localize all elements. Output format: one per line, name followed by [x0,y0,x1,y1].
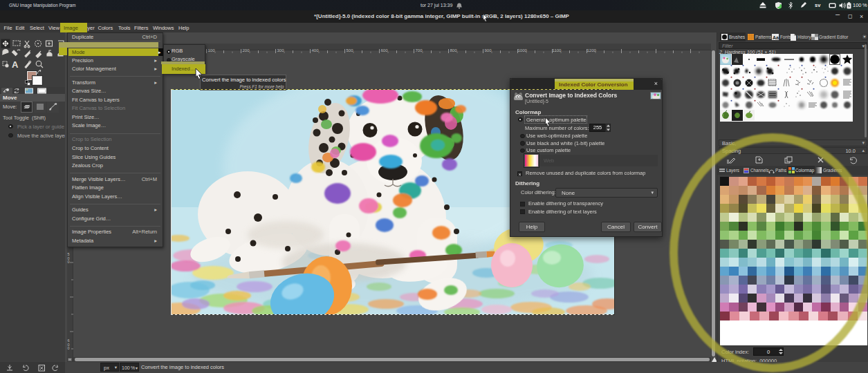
svg-text:200: 200 [242,48,250,52]
svg-text:100: 100 [207,48,215,52]
svg-text:800: 800 [450,48,457,52]
svg-text:Aa: Aa [773,35,779,40]
svg-text:1100: 1100 [552,48,562,52]
svg-text:300: 300 [277,48,284,52]
svg-text:600: 600 [380,48,388,52]
svg-text:1000: 1000 [517,48,527,52]
svg-text:1200: 1200 [587,48,596,52]
svg-text:A: A [12,59,19,70]
svg-text:500: 500 [346,48,353,52]
svg-text:400: 400 [311,48,319,52]
svg-text:900: 900 [484,48,492,52]
svg-text:700: 700 [415,48,423,52]
